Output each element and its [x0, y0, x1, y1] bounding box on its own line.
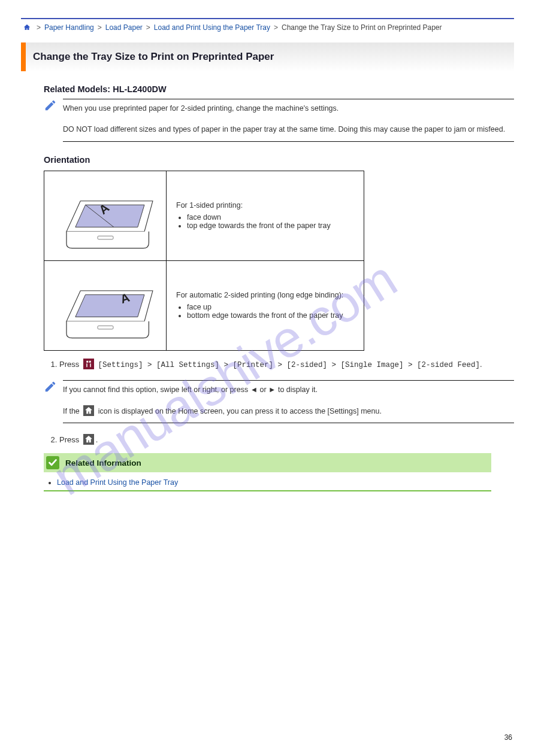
list-item: Load and Print Using the Paper Tray	[57, 478, 514, 487]
breadcrumb-link-1[interactable]: Load Paper	[105, 23, 143, 32]
orientation-heading: Orientation	[44, 155, 514, 165]
page-title: Change the Tray Size to Print on Preprin…	[33, 51, 274, 63]
note-block-1: When you use preprinted paper for 2-side…	[44, 99, 514, 142]
tray-image-face-down: A	[44, 171, 167, 260]
note-1-text-a: When you use preprinted paper for 2-side…	[63, 99, 514, 120]
home-solid-icon-2	[83, 434, 94, 445]
note2-prefix: If the	[63, 407, 80, 415]
table-row: A For 1-sided printing: face down top ed…	[44, 171, 364, 260]
home-solid-icon	[83, 405, 94, 417]
tray-image-face-up: A	[44, 260, 167, 350]
note-2-line1: If you cannot find this option, swipe le…	[63, 381, 514, 402]
step2-press: Press	[59, 435, 79, 444]
row1-caption: For 1-sided printing:	[176, 201, 364, 210]
breadcrumb-link-0[interactable]: Paper Handling	[44, 23, 94, 32]
step1-press: Press	[59, 360, 79, 369]
breadcrumb-sep-2: >	[146, 23, 150, 32]
orientation-table: A For 1-sided printing: face down top ed…	[44, 171, 364, 351]
related-link[interactable]: Load and Print Using the Paper Tray	[57, 478, 178, 487]
related-heading: Related Information	[65, 459, 141, 467]
row2-caption: For automatic 2-sided printing (long edg…	[176, 291, 364, 299]
steps-list-2: Press .	[59, 434, 514, 445]
table-caption-2: For automatic 2-sided printing (long edg…	[167, 260, 364, 350]
pencil-icon	[44, 99, 57, 142]
row1-bullet-1: top edge towards the front of the paper …	[187, 221, 364, 230]
topic-title-bar: Change the Tray Size to Print on Preprin…	[21, 42, 514, 71]
breadcrumb-link-2[interactable]: Load and Print Using the Paper Tray	[154, 23, 270, 32]
breadcrumb-sep: >	[37, 23, 41, 32]
row2-bullet-1: bottom edge towards the front of the pap…	[187, 311, 364, 320]
home-icon[interactable]	[23, 23, 31, 32]
note2-suffix: icon is displayed on the Home screen, yo…	[98, 407, 382, 415]
pencil-icon-2	[44, 380, 57, 424]
breadcrumb: > Paper Handling > Load Paper > Load and…	[21, 23, 514, 32]
svg-marker-5	[75, 294, 144, 317]
note-1-text-b: DO NOT load different sizes and types of…	[63, 120, 514, 141]
header-rule	[21, 18, 514, 19]
related-info-header: Related Information	[44, 453, 491, 472]
step1-period: .	[480, 360, 482, 369]
settings-icon	[83, 358, 94, 371]
breadcrumb-sep-1: >	[98, 23, 102, 32]
steps-list: Press [Settings] > [All Settings] > [Pri…	[59, 358, 514, 372]
related-list: Load and Print Using the Paper Tray	[57, 478, 514, 487]
step2-period: .	[96, 435, 98, 444]
step-1: Press [Settings] > [All Settings] > [Pri…	[59, 358, 514, 372]
row2-bullet-0: face up	[187, 303, 364, 311]
title-accent	[21, 42, 26, 71]
step-2: Press .	[59, 434, 514, 445]
note-block-2: If you cannot find this option, swipe le…	[44, 380, 514, 424]
svg-rect-8	[83, 359, 94, 369]
check-icon	[46, 456, 59, 469]
related-rule	[44, 490, 491, 491]
step1-sequence: [Settings] > [All Settings] > [Printer] …	[98, 361, 480, 369]
breadcrumb-sep-3: >	[274, 23, 278, 32]
table-caption-1: For 1-sided printing: face down top edge…	[167, 171, 364, 260]
page-number: 36	[504, 733, 512, 742]
row1-bullet-0: face down	[187, 213, 364, 221]
breadcrumb-current: Change the Tray Size to Print on Preprin…	[282, 23, 442, 32]
note-2-line2: If the icon is displayed on the Home scr…	[63, 402, 514, 423]
table-row: A For automatic 2-sided printing (long e…	[44, 260, 364, 350]
related-models: Related Models: HL-L2400DW	[44, 84, 514, 94]
